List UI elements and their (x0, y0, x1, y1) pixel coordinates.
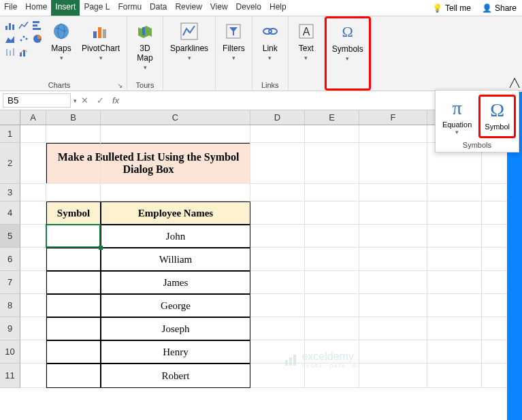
table-cell-name-3[interactable]: James (101, 271, 250, 294)
line-chart-icon[interactable] (18, 20, 29, 31)
svg-rect-31 (289, 357, 292, 366)
symbols-dropdown-group-label: Symbols (438, 138, 516, 150)
chevron-down-icon: ▾ (60, 54, 63, 61)
svg-point-7 (20, 39, 22, 42)
share-button[interactable]: 👤 Share (476, 0, 522, 16)
area-chart-icon[interactable] (5, 33, 16, 44)
name-box[interactable] (3, 93, 71, 108)
tellme-label: Tell me (445, 3, 471, 13)
fill-handle[interactable] (99, 246, 103, 250)
link-button[interactable]: Link ▾ (257, 19, 284, 63)
tab-developer[interactable]: Develo (232, 0, 265, 16)
svg-rect-5 (33, 28, 41, 30)
row-header-8[interactable]: 8 (0, 294, 20, 317)
table-header-names[interactable]: Employee Names (101, 201, 250, 225)
table-cell-name-5[interactable]: Joseph (101, 317, 250, 340)
3dmap-button[interactable]: 3D Map ▾ (131, 19, 159, 72)
row-header-2[interactable]: 2 (0, 143, 20, 184)
tab-formulas[interactable]: Formu (114, 0, 146, 16)
watermark: exceldemy EXCEL · DATA · BI (284, 351, 359, 369)
filters-button[interactable]: Filters ▾ (220, 19, 248, 63)
row-header-4[interactable]: 4 (0, 201, 20, 225)
sparklines-group-label (167, 80, 211, 89)
tab-review[interactable]: Review (171, 0, 206, 16)
table-cell-name-6[interactable]: Henry (101, 340, 250, 364)
watermark-brand: exceldemy (301, 351, 359, 363)
table-header-symbol[interactable]: Symbol (46, 201, 101, 225)
table-cell-name-1[interactable]: John (101, 225, 250, 248)
pivotchart-label: PivotChart (82, 44, 120, 53)
text-button[interactable]: A Text ▾ (293, 19, 320, 63)
row-header-7[interactable]: 7 (0, 271, 20, 294)
text-label: Text (299, 44, 314, 53)
bar-chart-icon[interactable] (5, 20, 16, 31)
svg-rect-22 (142, 27, 145, 35)
tab-page-layout[interactable]: Page L (80, 0, 114, 16)
group-filters: Filters ▾ (216, 16, 252, 91)
maps-label: Maps (51, 44, 71, 53)
equation-button[interactable]: π Equation ▾ (438, 95, 476, 138)
tab-view[interactable]: View (206, 0, 232, 16)
tab-insert[interactable]: Insert (51, 0, 80, 16)
col-header-B[interactable]: B (46, 110, 101, 125)
svg-rect-18 (93, 31, 97, 38)
tab-file[interactable]: File (0, 0, 21, 16)
grid[interactable]: Make a Bulleted List Using the Symbol Di… (20, 125, 522, 388)
ribbon: Maps ▾ PivotChart ▾ Charts ↘ 3D Map ▾ To… (0, 16, 522, 91)
tab-home[interactable]: Home (21, 0, 51, 16)
accept-formula-button[interactable]: ✓ (93, 95, 108, 106)
select-all-corner[interactable] (0, 110, 20, 125)
table-cell-name-7[interactable]: Robert (101, 364, 250, 388)
cancel-formula-button[interactable]: ✕ (77, 95, 93, 106)
col-header-D[interactable]: D (250, 110, 305, 125)
table-cell-symbol-4[interactable] (46, 294, 101, 317)
symbol-button[interactable]: Ω Symbol (478, 95, 516, 138)
table-cell-symbol-7[interactable] (46, 364, 101, 388)
charts-dialog-launcher[interactable]: ↘ (117, 82, 123, 89)
row-header-11[interactable]: 11 (0, 364, 20, 388)
fx-icon[interactable]: fx (108, 95, 123, 106)
combo-chart-icon[interactable] (18, 47, 29, 58)
col-header-E[interactable]: E (305, 110, 359, 125)
row-header-10[interactable]: 10 (0, 340, 20, 364)
stock-chart-icon[interactable] (5, 47, 16, 58)
pie-chart-icon[interactable] (32, 33, 43, 44)
row-header-5[interactable]: 5 (0, 225, 20, 248)
svg-rect-15 (23, 50, 25, 56)
table-cell-symbol-2[interactable] (46, 248, 101, 271)
text-group-label (293, 80, 320, 89)
maps-button[interactable]: Maps ▾ (48, 19, 75, 63)
collapse-ribbon-button[interactable]: ╱╲ (510, 78, 519, 88)
3dmap-icon (134, 20, 156, 42)
table-cell-name-2[interactable]: William (101, 248, 250, 271)
col-header-F[interactable]: F (359, 110, 427, 125)
svg-rect-19 (98, 27, 101, 38)
table-cell-symbol-3[interactable] (46, 271, 101, 294)
tab-data[interactable]: Data (146, 0, 171, 16)
sparklines-button[interactable]: Sparklines ▾ (167, 19, 211, 63)
table-cell-symbol-6[interactable] (46, 340, 101, 364)
table-cell-symbol-5[interactable] (46, 317, 101, 340)
chevron-down-icon: ▾ (455, 129, 459, 135)
tab-help[interactable]: Help (265, 0, 291, 16)
title-merged-cell[interactable]: Make a Bulleted List Using the Symbol Di… (46, 143, 250, 184)
chart-gallery[interactable] (4, 19, 44, 59)
hbar-chart-icon[interactable] (32, 20, 43, 31)
table-cell-name-4[interactable]: George (101, 294, 250, 317)
col-header-C[interactable]: C (101, 110, 250, 125)
group-symbols: Ω Symbols ▾ (325, 16, 371, 91)
svg-rect-1 (9, 23, 11, 30)
col-header-A[interactable]: A (20, 110, 46, 125)
row-header-1[interactable]: 1 (0, 125, 20, 143)
globe-icon (50, 20, 72, 42)
row-header-9[interactable]: 9 (0, 317, 20, 340)
pivotchart-button[interactable]: PivotChart ▾ (79, 19, 123, 63)
row-header-3[interactable]: 3 (0, 184, 20, 201)
ribbon-tabs: File Home Insert Page L Formu Data Revie… (0, 0, 522, 16)
symbols-button[interactable]: Ω Symbols ▾ (329, 20, 366, 63)
symbols-group-label (329, 78, 366, 87)
tellme-button[interactable]: 💡 Tell me (427, 0, 476, 16)
scatter-chart-icon[interactable] (18, 33, 29, 44)
share-label: Share (495, 3, 517, 13)
row-header-6[interactable]: 6 (0, 248, 20, 271)
